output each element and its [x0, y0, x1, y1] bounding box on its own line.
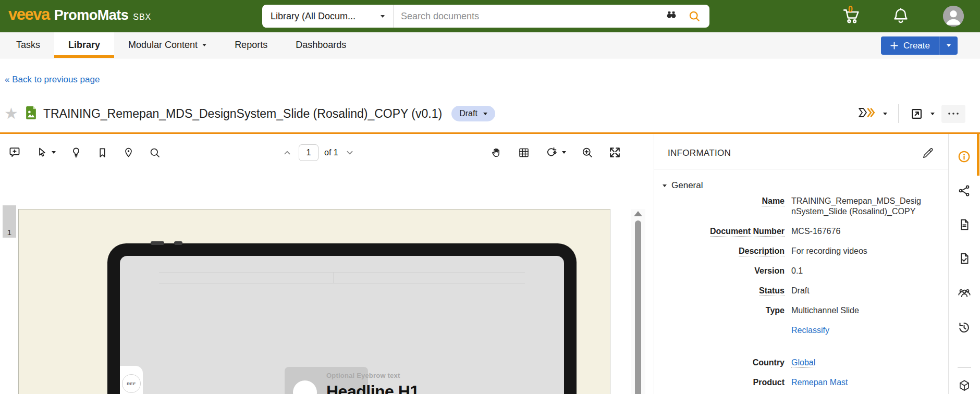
information-header: INFORMATION — [654, 134, 948, 169]
create-button[interactable]: Create — [881, 36, 939, 55]
brand: veeva PromoMats SBX — [8, 5, 151, 24]
tab-label: Reports — [235, 40, 267, 51]
field-row-description: Description For recording videos — [654, 246, 948, 256]
chevron-down-icon — [947, 44, 951, 47]
workflow-icon[interactable] — [858, 106, 876, 121]
versions-icon[interactable] — [958, 184, 971, 198]
field-row-country: Country Global — [654, 358, 948, 368]
cart-icon[interactable]: 0 — [841, 7, 862, 24]
back-link[interactable]: « Back to previous page — [5, 75, 100, 85]
primary-nav: Tasks Library Modular Content Reports Da… — [0, 32, 980, 58]
location-pin-icon[interactable] — [123, 146, 134, 159]
find-in-document-icon[interactable] — [149, 146, 161, 159]
tab-reports[interactable]: Reports — [220, 32, 281, 58]
file-check-icon[interactable] — [958, 252, 971, 265]
pan-hand-icon[interactable] — [490, 146, 503, 159]
more-actions-button[interactable] — [941, 105, 965, 123]
avatar[interactable] — [943, 6, 964, 27]
users-icon[interactable] — [957, 286, 972, 300]
document-header: ★ TRAINING_Remepan_MDS_DesignSystem_Slid… — [0, 100, 980, 127]
field-value: For recording videos — [791, 246, 925, 256]
right-icon-rail — [948, 134, 979, 394]
section-general-label: General — [671, 180, 703, 191]
tablet-mockup: Optional Eyebrow text Headline H1 Option… — [107, 243, 577, 394]
slide-eyebrow: Optional Eyebrow text — [326, 372, 419, 379]
bookmark-icon[interactable] — [96, 146, 108, 159]
preview-scrollbar[interactable] — [631, 209, 645, 394]
tab-modular-content[interactable]: Modular Content — [114, 32, 220, 58]
rotate-dropdown[interactable] — [545, 146, 566, 159]
info-icon[interactable] — [957, 150, 971, 164]
search-icons — [664, 9, 709, 23]
slide-side-buttons: REF PI SD — [120, 366, 143, 394]
field-value: MCS-167676 — [791, 226, 925, 237]
global-search-bar: Library (All Docum... — [262, 5, 709, 28]
cart-count-badge: 0 — [848, 5, 853, 14]
slide-headline: Headline H1 — [326, 382, 419, 394]
create-split-button: Create — [881, 36, 958, 55]
create-dropdown-button[interactable] — [939, 36, 958, 55]
field-row-version: Version 0.1 — [654, 266, 948, 276]
country-link[interactable]: Global — [791, 358, 815, 368]
field-row-document-number: Document Number MCS-167676 — [654, 226, 948, 237]
search-input[interactable] — [394, 11, 664, 22]
page-count-label: of 1 — [324, 148, 338, 157]
chevron-down-icon[interactable] — [344, 147, 356, 158]
lightbulb-icon[interactable] — [70, 146, 82, 159]
app-header: veeva PromoMats SBX Library (All Docum..… — [0, 0, 980, 32]
chevron-down-icon — [202, 44, 206, 46]
status-badge-label: Draft — [459, 109, 477, 118]
product-link[interactable]: Remepan Mast — [791, 378, 848, 387]
divider — [898, 104, 899, 123]
search-scope-label: Library (All Docum... — [271, 11, 356, 22]
edit-pencil-icon[interactable] — [921, 146, 935, 160]
document-title: TRAINING_Remepan_MDS_DesignSystem_Slide … — [43, 107, 442, 121]
tablet-button — [174, 241, 182, 245]
field-label: Version — [754, 266, 785, 275]
status-badge[interactable]: Draft — [451, 106, 495, 121]
zoom-in-icon[interactable] — [581, 146, 594, 159]
field-label: Type — [766, 306, 785, 315]
chevron-up-icon[interactable] — [281, 147, 293, 158]
chevron-down-icon — [381, 15, 385, 18]
package-icon[interactable] — [958, 379, 971, 392]
field-value: 0.1 — [791, 266, 925, 276]
field-label: Country — [753, 358, 785, 367]
document-preview-canvas[interactable]: Optional Eyebrow text Headline H1 Option… — [18, 209, 610, 394]
field-row-reclassify: Reclassify — [654, 325, 948, 336]
viewer-toolbar: 1 of 1 — [0, 134, 654, 171]
binoculars-icon[interactable] — [664, 9, 679, 23]
section-general-toggle[interactable]: General — [654, 169, 948, 196]
field-label: Document Number — [710, 227, 785, 237]
search-icon[interactable] — [688, 9, 701, 23]
rail-divider — [958, 367, 971, 368]
select-cursor-icon — [35, 146, 48, 159]
reclassify-link[interactable]: Reclassify — [791, 326, 829, 335]
search-scope-dropdown[interactable]: Library (All Docum... — [262, 5, 394, 28]
scroll-up-arrow[interactable] — [634, 211, 642, 216]
annotate-icon[interactable] — [8, 146, 21, 159]
star-favorite-icon[interactable]: ★ — [4, 106, 18, 121]
fullscreen-icon[interactable] — [608, 146, 621, 159]
scrollbar-thumb[interactable] — [635, 220, 641, 394]
chevron-down-icon[interactable] — [930, 113, 935, 115]
chevron-down-icon — [663, 184, 667, 187]
tablet-screen: Optional Eyebrow text Headline H1 Option… — [120, 256, 564, 394]
thumbnail-page-number: 1 — [7, 228, 11, 237]
page-number-input[interactable]: 1 — [299, 144, 318, 161]
bell-icon[interactable] — [891, 6, 910, 26]
chevron-down-icon — [52, 151, 56, 154]
select-cursor-dropdown[interactable] — [35, 146, 56, 159]
tab-library[interactable]: Library — [54, 32, 114, 58]
file-icon[interactable] — [958, 218, 971, 231]
open-external-icon[interactable] — [910, 107, 924, 121]
tab-label: Library — [68, 40, 100, 51]
tab-tasks[interactable]: Tasks — [2, 32, 54, 58]
field-label: Name — [762, 196, 785, 206]
grid-view-icon[interactable] — [518, 146, 530, 159]
viewer-body: 1 Option — [0, 171, 654, 394]
history-icon[interactable] — [957, 321, 971, 335]
thumbnail-page-tab[interactable]: 1 — [3, 205, 16, 238]
tab-dashboards[interactable]: Dashboards — [281, 32, 360, 58]
chevron-down-icon[interactable] — [883, 113, 887, 115]
